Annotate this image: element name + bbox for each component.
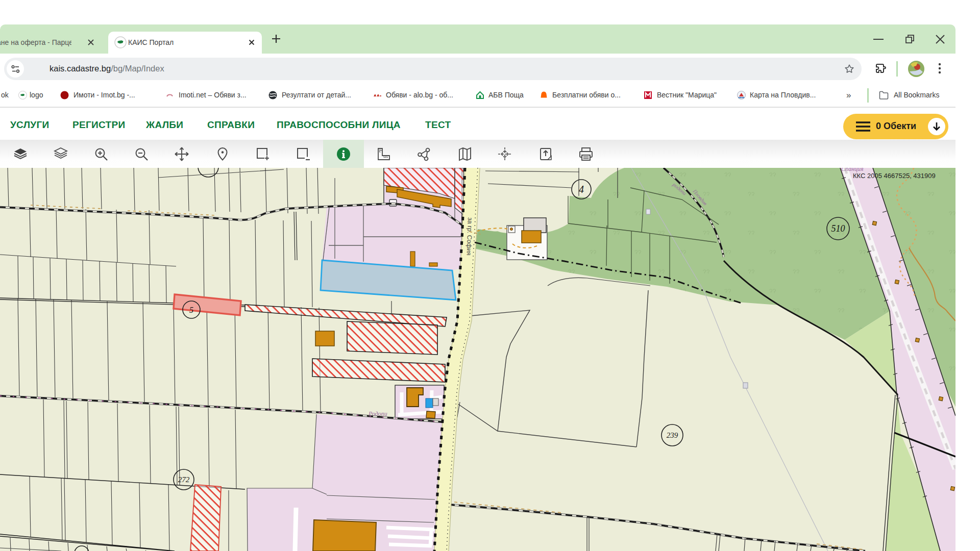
svg-text:272: 272 — [178, 475, 190, 484]
svg-text:510: 510 — [831, 223, 845, 234]
svg-text:239: 239 — [667, 431, 678, 439]
svg-text:5: 5 — [189, 306, 193, 314]
svg-text:за гр. София: за гр. София — [465, 217, 474, 256]
svg-text:4: 4 — [579, 184, 584, 195]
svg-text:Спанция: Спанция — [841, 168, 864, 172]
svg-text:ККС 2005 4667525, 431909: ККС 2005 4667525, 431909 — [853, 172, 936, 180]
